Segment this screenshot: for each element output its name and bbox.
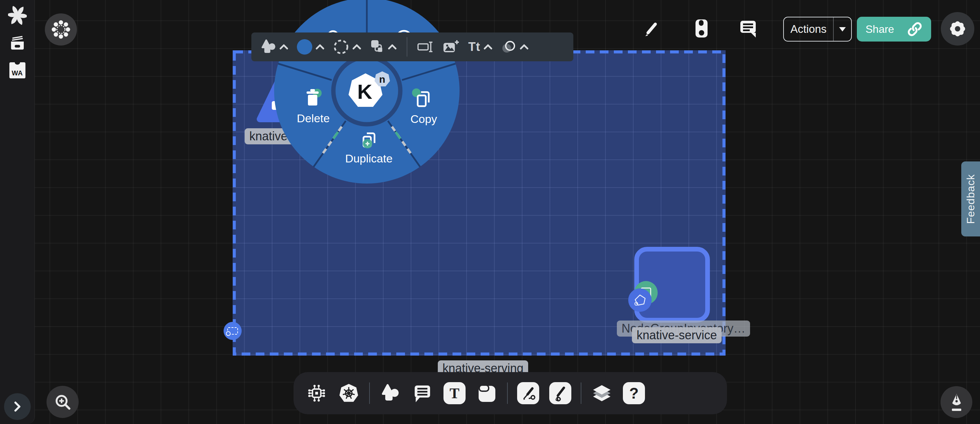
tool-draw[interactable]: [549, 381, 572, 405]
chevron-up-icon: [388, 43, 397, 50]
comment-icon: [739, 19, 758, 38]
left-sidebar: WA: [0, 0, 35, 424]
arrangement-button[interactable]: [368, 40, 399, 54]
sidebar-item-archive[interactable]: [8, 33, 27, 52]
fill-color-button[interactable]: [295, 39, 326, 54]
button-divider: [833, 18, 834, 41]
rename-button[interactable]: [415, 40, 436, 54]
pencil-icon: [642, 19, 661, 38]
rename-icon: [417, 40, 434, 54]
share-label: Share: [865, 23, 894, 35]
sidebar-item-webassembly[interactable]: WA: [8, 61, 27, 80]
actions-button[interactable]: Actions: [783, 17, 852, 41]
add-image-button[interactable]: [441, 40, 461, 54]
archive-icon: [9, 35, 26, 51]
pencil-scribble-icon: [549, 382, 571, 404]
svg-text:Duplicate: Duplicate: [345, 152, 393, 165]
tool-help[interactable]: ?: [622, 381, 646, 405]
radial-context-menu: Delete Copy Duplicate K: [273, 0, 461, 185]
svg-text:Copy: Copy: [410, 113, 437, 125]
text-style-icon: Tt: [468, 40, 480, 54]
svg-text:n: n: [379, 74, 385, 85]
opacity-button[interactable]: [499, 40, 530, 54]
dashed-circle-icon: [333, 39, 349, 55]
actions-label: Actions: [784, 23, 833, 35]
caret-down-icon: [839, 27, 846, 32]
chevron-right-icon: [11, 400, 24, 413]
pen-nib-icon: [948, 392, 966, 412]
pentagon-badge-icon[interactable]: [628, 289, 652, 312]
toolbar-divider: [369, 383, 370, 404]
text-tool-icon: T: [444, 382, 466, 404]
group-shapes-icon: [370, 40, 385, 54]
zoom-in-icon: [54, 393, 72, 411]
gear-icon: [947, 18, 968, 39]
diagram-canvas[interactable]: knative-s NodeGroupInventory… knative-se…: [0, 0, 980, 424]
toolbar-divider: [407, 37, 407, 57]
chip-icon: [307, 384, 326, 403]
tool-layers[interactable]: [590, 381, 614, 405]
svg-text:K: K: [358, 80, 372, 103]
main-toolbar: T: [294, 372, 727, 414]
tool-comment[interactable]: [410, 381, 434, 405]
pen-mode-button[interactable]: [940, 386, 972, 418]
tool-connector[interactable]: [517, 381, 540, 405]
pen-connector-icon: [517, 382, 539, 404]
tool-resources[interactable]: [305, 381, 328, 405]
app-logo[interactable]: [8, 6, 27, 25]
tool-kubernetes[interactable]: [337, 381, 361, 405]
tool-frame[interactable]: [475, 381, 498, 405]
opacity-icon: [501, 40, 517, 54]
svg-text:Delete: Delete: [297, 112, 330, 124]
share-button[interactable]: Share: [857, 17, 931, 41]
shape-style-button[interactable]: [259, 39, 290, 54]
border-style-button[interactable]: [331, 39, 363, 55]
help-icon: ?: [623, 382, 645, 404]
trash-icon: [307, 89, 319, 105]
toolbar-divider: [507, 383, 508, 404]
chevron-up-icon: [280, 43, 288, 50]
save-icon: [692, 19, 711, 39]
pinwheel-logo-icon: [8, 6, 27, 25]
comment-icon: [413, 384, 432, 403]
shapes-icon: [381, 384, 399, 403]
node-group[interactable]: [634, 247, 710, 322]
feedback-tab[interactable]: Feedback: [961, 161, 980, 236]
save-button[interactable]: [692, 19, 711, 40]
chevron-up-icon: [352, 43, 361, 50]
zoom-in-button[interactable]: [46, 386, 79, 418]
shapes-icon: [261, 39, 276, 54]
chevron-up-icon: [520, 43, 528, 50]
feedback-label: Feedback: [965, 174, 977, 224]
comments-button[interactable]: [739, 19, 758, 40]
node-label-knative-service: knative-service: [632, 327, 722, 343]
cluster-tool-button[interactable]: [45, 13, 77, 46]
tool-shapes[interactable]: [379, 381, 402, 405]
settings-button[interactable]: [941, 12, 974, 46]
sidebar-expand-button[interactable]: [4, 393, 31, 420]
lasso-icon: [227, 327, 238, 335]
flower-cluster-icon: [51, 20, 71, 39]
edit-button[interactable]: [642, 19, 661, 40]
tool-text[interactable]: T: [443, 381, 466, 405]
actions-dropdown-button[interactable]: [834, 27, 851, 32]
text-style-button[interactable]: Tt: [466, 40, 494, 54]
add-image-icon: [443, 40, 460, 54]
toolbar-divider: [581, 383, 581, 404]
quick-style-toolbar: Tt: [251, 32, 573, 61]
color-swatch-icon: [297, 39, 312, 54]
frame-icon: [477, 383, 497, 403]
kubernetes-icon: [339, 383, 359, 403]
link-icon: [907, 21, 923, 37]
chevron-up-icon: [484, 43, 492, 50]
selection-handle[interactable]: [224, 322, 242, 340]
radial-menu-center-node[interactable]: K n: [333, 57, 400, 124]
chevron-up-icon: [316, 43, 325, 50]
layers-icon: [592, 384, 612, 403]
webassembly-icon: WA: [10, 62, 25, 78]
